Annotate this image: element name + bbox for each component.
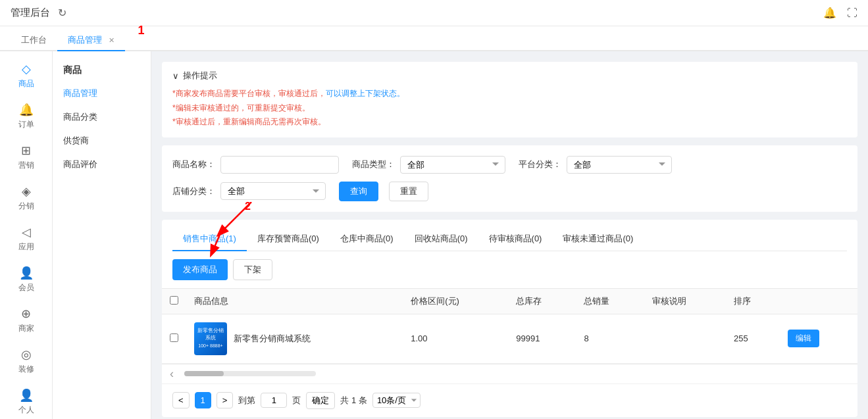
sidebar-item-app-label: 应用 <box>18 241 34 253</box>
sidebar-item-distribution-label: 分销 <box>18 201 34 212</box>
tab-workbench-label: 工作台 <box>21 35 47 45</box>
sidebar-item-order[interactable]: 🔔 订单 <box>0 97 52 136</box>
operation-tip-panel: ∨ 操作提示 *商家发布商品需要平台审核，审核通过后，可以调整上下架状态。 *编… <box>162 62 857 137</box>
row-sales-cell: 8 <box>576 314 644 363</box>
product-name: 新零售分销商城系统 <box>234 333 311 345</box>
product-type-item: 商品类型： 全部 <box>352 156 505 174</box>
sub-sidebar-item-product-category[interactable]: 商品分类 <box>53 105 151 129</box>
row-checkbox[interactable] <box>170 333 178 342</box>
col-total-stock: 总库存 <box>508 288 576 314</box>
annotation-arrow-2 <box>212 202 265 241</box>
ptab-review-failed[interactable]: 审核未通过商品(0) <box>552 228 644 251</box>
op-tip-chevron: ∨ <box>172 71 179 81</box>
sidebar-item-product[interactable]: ◇ 商品 <box>0 57 52 95</box>
ptab-recycle[interactable]: 回收站商品(0) <box>404 228 478 251</box>
row-review-note-cell <box>644 314 726 363</box>
table-area: 发布商品 下架 商品信 <box>162 251 857 417</box>
sidebar-item-marketing[interactable]: ⊞ 营销 <box>0 138 52 176</box>
app-title: 管理后台 <box>11 7 50 19</box>
sub-sidebar: 商品 商品管理 商品分类 供货商 商品评价 <box>53 51 151 419</box>
sub-sidebar-item-product-management[interactable]: 商品管理 <box>53 82 151 105</box>
top-bar-left: 管理后台 ↻ <box>11 7 66 19</box>
top-bar: 管理后台 ↻ 🔔 ⛶ <box>0 0 868 26</box>
merchant-icon: ⊕ <box>21 307 31 321</box>
product-table-section: 销售中商品(1) 库存预警商品(0) 仓库中商品(0) 回收站商品(0) 待审核… <box>162 220 857 417</box>
page-1-button[interactable]: 1 <box>195 392 211 408</box>
goto-confirm-button[interactable]: 确定 <box>306 392 335 409</box>
prev-page-button[interactable]: < <box>172 392 190 408</box>
scroll-indicator <box>184 371 316 376</box>
search-btn-item: 查询 重置 <box>339 182 428 201</box>
search-form-row1: 商品名称： 商品类型： 全部 平台分类： 全部 <box>172 156 847 174</box>
sidebar-item-app[interactable]: ◁ 应用 <box>0 220 52 258</box>
reset-button[interactable]: 重置 <box>389 182 428 201</box>
sub-sidebar-item-supplier[interactable]: 供货商 <box>53 129 151 153</box>
platform-category-item: 平台分类： 全部 <box>519 156 672 174</box>
store-category-label: 店铺分类： <box>172 185 215 197</box>
product-tab-list: 销售中商品(1) 库存预警商品(0) 仓库中商品(0) 回收站商品(0) 待审核… <box>172 228 847 251</box>
sidebar: ◇ 商品 🔔 订单 ⊞ 营销 ◈ 分销 ◁ 应用 👤 会员 <box>0 51 53 419</box>
row-action-cell: 编辑 <box>780 314 857 363</box>
row-price-cell: 1.00 <box>403 314 508 363</box>
ptab-pending-review[interactable]: 待审核商品(0) <box>478 228 553 251</box>
product-img-text2: 100+ 8888+ <box>198 343 222 349</box>
scroll-thumb <box>184 371 224 376</box>
scroll-left-icon[interactable]: ‹ <box>162 367 174 381</box>
col-review-note: 审核说明 <box>644 288 726 314</box>
publish-product-button[interactable]: 发布商品 <box>172 259 228 280</box>
ptab-warehouse[interactable]: 仓库中商品(0) <box>330 228 404 251</box>
select-all-checkbox[interactable] <box>170 296 178 305</box>
table-header-row: 商品信息 价格区间(元) 总库存 总销量 审核说明 排序 <box>162 288 857 314</box>
col-price-range: 价格区间(元) <box>403 288 508 314</box>
product-name-input[interactable] <box>220 156 339 174</box>
app-icon: ◁ <box>22 225 31 239</box>
product-type-select[interactable]: 全部 <box>400 156 505 174</box>
product-info-container: 新零售分销系统 100+ 8888+ 新零售分销商城系统 <box>194 322 395 355</box>
edit-product-button[interactable]: 编辑 <box>788 330 819 347</box>
sidebar-item-merchant[interactable]: ⊕ 商家 <box>0 301 52 339</box>
sidebar-item-decoration[interactable]: ◎ 装修 <box>0 342 52 380</box>
takedown-button[interactable]: 下架 <box>233 259 272 280</box>
tab-close-icon[interactable]: ✕ <box>109 36 115 44</box>
tab-product-management[interactable]: 商品管理 ✕ 1 <box>57 29 125 51</box>
store-category-item: 店铺分类： 全部 2 <box>172 182 326 200</box>
col-actions <box>780 288 857 314</box>
product-tabs: 销售中商品(1) 库存预警商品(0) 仓库中商品(0) 回收站商品(0) 待审核… <box>162 220 857 251</box>
sub-sidebar-title: 商品 <box>53 57 151 82</box>
product-thumbnail: 新零售分销系统 100+ 8888+ <box>194 322 227 355</box>
tabs-bar: 工作台 商品管理 ✕ 1 <box>0 26 868 51</box>
table-row: 新零售分销系统 100+ 8888+ 新零售分销商城系统 1.00 99991 <box>162 314 857 363</box>
next-page-button[interactable]: > <box>217 392 234 408</box>
store-category-select[interactable]: 全部 <box>220 182 326 200</box>
search-form-row2: 店铺分类： 全部 2 查询 <box>172 182 847 201</box>
main-layout: ◇ 商品 🔔 订单 ⊞ 营销 ◈ 分销 ◁ 应用 👤 会员 <box>0 51 868 419</box>
col-sort: 排序 <box>726 288 780 314</box>
op-tip-line1: *商家发布商品需要平台审核，审核通过后，可以调整上下架状态。 <box>172 87 847 101</box>
refresh-icon[interactable]: ↻ <box>58 7 66 19</box>
fullscreen-icon[interactable]: ⛶ <box>847 7 857 19</box>
sidebar-item-merchant-label: 商家 <box>18 323 34 334</box>
op-tip-header-label: 操作提示 <box>183 70 217 82</box>
product-table: 商品信息 价格区间(元) 总库存 总销量 审核说明 排序 <box>162 288 857 364</box>
pagination: < 1 > 到第 页 确定 共 1 条 10条/页 20条/页 50条/页 <box>162 383 857 417</box>
sidebar-item-distribution[interactable]: ◈ 分销 <box>0 179 52 217</box>
sub-layout: 商品 商品管理 商品分类 供货商 商品评价 ∨ 操作提示 *商家发布商品需要平台… <box>53 51 868 419</box>
tab-workbench[interactable]: 工作台 <box>11 29 57 51</box>
op-tip-toggle[interactable]: ∨ 操作提示 <box>172 70 847 82</box>
marketing-icon: ⊞ <box>21 143 31 158</box>
page-size-select[interactable]: 10条/页 20条/页 50条/页 <box>372 393 421 408</box>
product-type-label: 商品类型： <box>352 159 395 170</box>
platform-category-select[interactable]: 全部 <box>567 156 672 174</box>
sidebar-item-member[interactable]: 👤 会员 <box>0 260 52 299</box>
tab-product-management-label: 商品管理 <box>68 35 102 45</box>
sub-sidebar-item-product-review[interactable]: 商品评价 <box>53 153 151 176</box>
notification-icon[interactable]: 🔔 <box>823 7 836 19</box>
row-checkbox-cell <box>162 314 186 363</box>
table-actions: 发布商品 下架 <box>162 251 857 288</box>
op-tip-line2: *编辑未审核通过的，可重新提交审核。 <box>172 101 847 116</box>
sidebar-item-product-label: 商品 <box>18 78 34 89</box>
goto-page-input[interactable] <box>261 393 287 408</box>
sidebar-item-personal[interactable]: 👤 个人 <box>0 383 52 419</box>
top-bar-right: 🔔 ⛶ <box>823 7 857 19</box>
query-button[interactable]: 查询 <box>339 182 378 201</box>
